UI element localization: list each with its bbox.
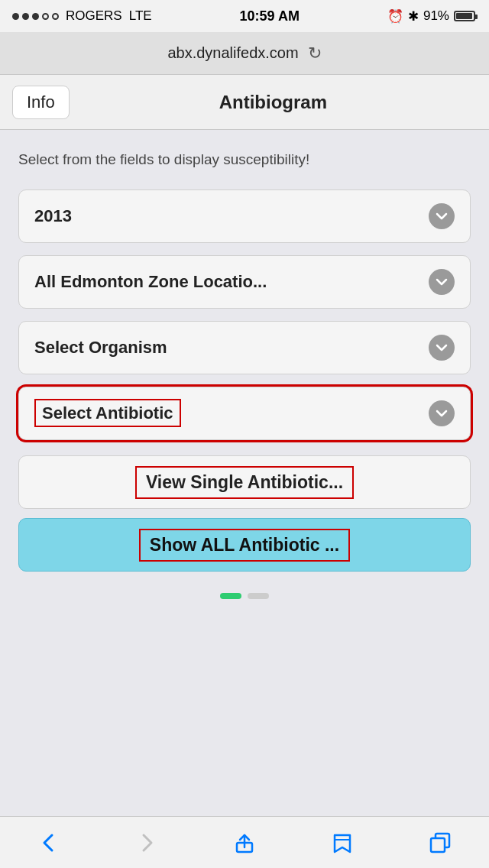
refresh-button[interactable]: ↻: [308, 44, 322, 63]
location-dropdown[interactable]: All Edmonton Zone Locatio...: [18, 255, 471, 309]
status-left: ROGERS LTE: [12, 8, 152, 24]
view-single-button[interactable]: View Single Antibiotic...: [18, 455, 471, 509]
organism-dropdown-label: Select Organism: [34, 338, 167, 358]
location-dropdown-label: All Edmonton Zone Locatio...: [34, 272, 267, 292]
antibiotic-dropdown-label: Select Antibiotic: [34, 403, 181, 423]
url-text: abx.dynalifedx.com: [167, 44, 298, 62]
status-time: 10:59 AM: [240, 8, 300, 24]
button-area: View Single Antibiotic... Show ALL Antib…: [0, 455, 489, 572]
show-all-label: Show ALL Antibiotic ...: [139, 529, 350, 562]
year-dropdown-label: 2013: [34, 206, 72, 226]
instruction-text: Select from the fields to display suscep…: [18, 151, 471, 168]
organism-dropdown[interactable]: Select Organism: [18, 321, 471, 374]
year-chevron-icon: [429, 203, 455, 229]
year-dropdown[interactable]: 2013: [18, 189, 471, 243]
carrier-name: ROGERS: [66, 8, 122, 24]
view-single-label: View Single Antibiotic...: [135, 466, 354, 499]
page-title: Antibiogram: [70, 92, 477, 113]
battery-icon: [454, 11, 477, 21]
main-content: Select from the fields to display suscep…: [0, 130, 489, 440]
location-chevron-icon: [429, 269, 455, 295]
show-all-button[interactable]: Show ALL Antibiotic ...: [18, 518, 471, 572]
info-button[interactable]: Info: [12, 86, 70, 119]
signal-dot-3: [32, 13, 39, 20]
tab-indicator-row: [0, 593, 489, 599]
battery-percent: 91%: [423, 8, 449, 24]
forward-button[interactable]: [116, 824, 177, 862]
network-type: LTE: [129, 8, 152, 24]
bottom-toolbar: [0, 816, 489, 868]
back-button[interactable]: [18, 824, 79, 862]
signal-dots: [12, 13, 59, 20]
alarm-icon: ⏰: [387, 8, 403, 24]
share-button[interactable]: [214, 824, 275, 862]
bookmarks-button[interactable]: [312, 824, 373, 862]
tab-dot-active: [220, 593, 241, 599]
url-bar: abx.dynalifedx.com ↻: [0, 32, 489, 75]
tabs-button[interactable]: [410, 824, 471, 862]
signal-dot-5: [52, 13, 59, 20]
page-header: Info Antibiogram: [0, 75, 489, 130]
antibiotic-dropdown[interactable]: Select Antibiotic: [18, 387, 471, 440]
svg-rect-4: [431, 838, 445, 852]
status-bar: ROGERS LTE 10:59 AM ⏰ ✱ 91%: [0, 0, 489, 32]
antibiotic-chevron-icon: [429, 400, 455, 426]
status-right: ⏰ ✱ 91%: [387, 8, 477, 24]
organism-chevron-icon: [429, 335, 455, 361]
signal-dot-4: [42, 13, 49, 20]
signal-dot-1: [12, 13, 19, 20]
bluetooth-icon: ✱: [408, 8, 419, 24]
tab-dot-1: [248, 593, 269, 599]
signal-dot-2: [22, 13, 29, 20]
